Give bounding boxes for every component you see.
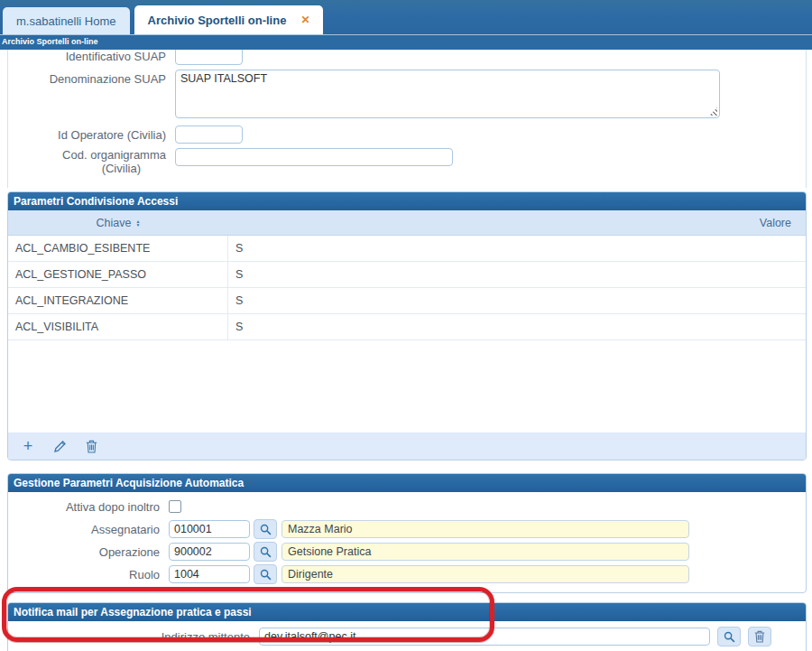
acl-table-header: Chiave ▲▼ Valore [8,210,806,236]
cod-organigramma-label: Cod. organigramma (Civilia) [8,148,175,175]
ruolo-code-input[interactable] [169,565,250,583]
mittente-search-button[interactable] [717,627,741,646]
cod-organigramma-input[interactable] [175,148,453,166]
denominazione-textarea[interactable]: SUAP ITALSOFT [175,70,720,118]
operazione-description[interactable]: Getsione Pratica [281,543,689,561]
close-icon[interactable]: ✕ [300,14,309,26]
table-row[interactable]: ACL_INTEGRAZIONE S [8,288,806,314]
form-row-id-operatore: Id Operatore (Civilia) [8,126,806,144]
cell-valore: S [228,262,243,287]
row-attiva-dopo-inoltro: Attiva dopo inoltro [8,497,806,516]
tab-archivio-label: Archivio Sportelli on-line [148,14,287,27]
tab-bar: m.sabatinelli Home Archivio Sportelli on… [0,0,812,34]
main-content: Identificativo SUAP Denominazione SUAP S… [0,50,812,651]
row-operazione: Operazione Getsione Pratica [8,542,806,562]
section-gestione-title: Gestione Parametri Acquisizione Automati… [8,474,806,492]
sort-icon[interactable]: ▲▼ [135,219,140,227]
plus-icon: + [23,440,33,452]
denominazione-label: Denominazione SUAP [8,70,175,86]
identificativo-input[interactable] [175,50,243,65]
attiva-checkbox[interactable] [169,500,181,513]
attiva-label: Attiva dopo inoltro [8,500,169,514]
cell-valore: S [228,236,243,261]
edit-button[interactable] [51,438,68,454]
row-assegnatario: Assegnatario Mazza Mario [8,519,806,539]
assegnatario-code-input[interactable] [169,520,250,538]
column-header-valore[interactable]: Valore [228,217,806,229]
row-indirizzo-mittente: Indirizzo mittente [8,621,806,651]
column-header-chiave[interactable]: Chiave ▲▼ [8,217,228,229]
cell-chiave: ACL_VISIBILITA [8,314,228,339]
tab-home[interactable]: m.sabatinelli Home [3,7,130,34]
section-parametri-condivisione: Parametri Condivisione Accessi Chiave ▲▼… [7,191,807,460]
assegnatario-description[interactable]: Mazza Mario [281,520,689,538]
mittente-delete-button[interactable] [748,627,771,646]
trash-icon [754,630,765,643]
tab-home-label: m.sabatinelli Home [16,14,116,28]
trash-icon [86,440,97,453]
search-icon [260,546,272,558]
table-empty-area [8,340,806,432]
indirizzo-mittente-label: Indirizzo mittente [8,630,259,644]
indirizzo-mittente-input[interactable] [259,628,710,646]
cod-organigramma-label-line1: Cod. organigramma [8,148,166,162]
search-icon [260,569,272,581]
row-ruolo: Ruolo Dirigente [8,564,806,584]
tab-archivio-sportelli[interactable]: Archivio Sportelli on-line ✕ [134,5,324,34]
operazione-label: Operazione [8,545,169,559]
id-operatore-input[interactable] [175,126,243,144]
acl-toolbar: + [8,432,806,460]
identificativo-label: Identificativo SUAP [8,50,175,63]
id-operatore-label: Id Operatore (Civilia) [8,126,175,142]
search-icon [724,631,735,643]
delete-button[interactable] [83,438,99,454]
section-parametri-title: Parametri Condivisione Accessi [8,192,806,210]
gestione-body: Attiva dopo inoltro Assegnatario Mazza M… [8,492,806,592]
section-notifica-mail: Notifica mail per Assegnazione pratica e… [7,602,807,651]
suap-form: Identificativo SUAP Denominazione SUAP S… [7,50,807,188]
assegnatario-label: Assegnatario [8,523,169,536]
ruolo-label: Ruolo [8,568,169,581]
cod-organigramma-label-line2: (Civilia) [8,162,166,175]
form-row-denominazione: Denominazione SUAP SUAP ITALSOFT [8,70,806,121]
app-window: m.sabatinelli Home Archivio Sportelli on… [0,0,812,651]
operazione-code-input[interactable] [169,543,250,561]
pencil-icon [53,440,67,453]
section-gestione-parametri: Gestione Parametri Acquisizione Automati… [7,473,807,593]
table-row[interactable]: ACL_VISIBILITA S [8,314,806,340]
add-button[interactable]: + [20,438,36,454]
section-notifica-title: Notifica mail per Assegnazione pratica e… [8,603,806,621]
table-row[interactable]: ACL_CAMBIO_ESIBENTE S [8,236,806,262]
cell-chiave: ACL_GESTIONE_PASSO [8,262,228,287]
operazione-search-button[interactable] [254,542,277,562]
cell-chiave: ACL_INTEGRAZIONE [8,288,228,313]
ruolo-search-button[interactable] [254,564,277,584]
cell-valore: S [228,288,243,313]
breadcrumb: Archivio Sportelli on-line [0,34,812,50]
assegnatario-search-button[interactable] [254,519,277,539]
form-row-cod-organigramma: Cod. organigramma (Civilia) [8,148,806,175]
form-row-identificativo: Identificativo SUAP [8,50,806,65]
table-row[interactable]: ACL_GESTIONE_PASSO S [8,262,806,288]
cell-chiave: ACL_CAMBIO_ESIBENTE [8,236,228,261]
ruolo-description[interactable]: Dirigente [281,565,689,583]
search-icon [260,524,272,535]
cell-valore: S [228,314,243,339]
